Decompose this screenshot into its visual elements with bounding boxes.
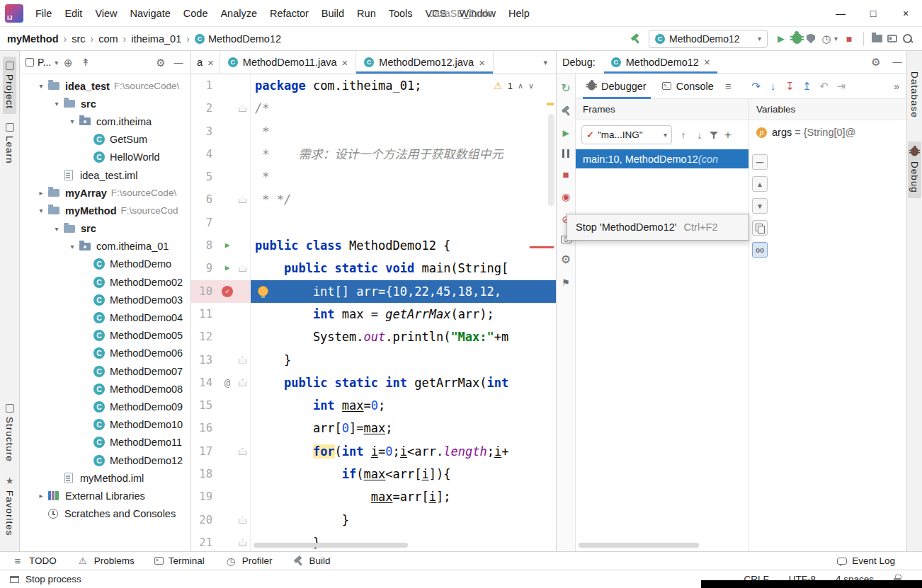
prev-frame-icon[interactable]: ↑ [677,129,690,142]
debug-icon[interactable] [792,33,802,44]
menu-analyze[interactable]: Analyze [214,0,263,27]
fold-marker-icon[interactable] [239,265,246,272]
tree-item[interactable]: ▸External Libraries [20,487,190,505]
code-line[interactable]: 17 for(int i=0;i<arr.length;i+ [191,440,556,463]
fold-marker-icon[interactable] [239,517,246,524]
tab-debugger[interactable]: Debugger [583,74,651,99]
tree-item[interactable]: GetSum [20,131,190,149]
menu-file[interactable]: File [29,0,58,27]
run-to-cursor-icon[interactable]: ⇥ [835,80,848,93]
watch-button[interactable]: oo [752,242,768,258]
code-line[interactable]: 18 if(max<arr[i]){ [191,463,556,485]
code-line[interactable]: 6 * */ [191,188,556,211]
close-tab-icon[interactable]: × [207,57,214,69]
tree-chevron-icon[interactable]: ▾ [51,100,62,108]
vertical-scrollbar[interactable] [548,114,554,206]
breadcrumb-item[interactable]: myMethod [7,33,59,45]
minimize-button[interactable]: — [824,0,857,27]
settings-gear-icon[interactable]: ⚙ [154,56,167,69]
tab-problems[interactable]: ⚠Problems [76,555,135,567]
fold-marker-icon[interactable] [239,357,246,364]
code-text[interactable] [251,212,556,234]
run-line-icon[interactable]: ▶ [225,234,230,257]
breakpoint-icon[interactable]: ✓ [222,286,233,297]
toolwindow-tab-project[interactable]: Project [3,57,16,114]
code-text[interactable]: int max = getArrMax(arr); [251,303,556,325]
collapse-button[interactable]: — [752,154,768,170]
tree-item[interactable]: ▾src [20,220,190,238]
debug-session-tab[interactable]: MethodDemo12 × [604,51,717,74]
tree-item[interactable]: MethodDemo [20,255,190,273]
tree-item[interactable]: ▾src [20,95,190,113]
code-text[interactable]: public static void main(String[ [251,257,556,279]
code-text[interactable]: public class MethodDemo12 { [251,234,556,257]
fold-marker-icon[interactable] [239,539,246,546]
scroll-up-button[interactable]: ▲ [752,176,768,192]
close-button[interactable]: × [889,0,922,27]
close-tab-icon[interactable]: × [704,56,710,68]
hidden-tabs-dropdown-icon[interactable]: ▾ [535,58,556,67]
rerun-icon[interactable]: ↻ [559,82,572,95]
code-line[interactable]: 10✓ int[] arr={10,22,45,18,12, [191,280,556,303]
code-text[interactable]: } [251,349,556,371]
add-watch-icon[interactable]: + [722,129,734,142]
code-line[interactable]: 2/* [191,97,556,120]
tab-build[interactable]: Build [292,555,331,567]
tree-item[interactable]: MethodDemo11 [20,434,190,451]
tree-item[interactable]: MethodDemo12 [20,451,190,469]
menu-view[interactable]: View [89,0,123,27]
editor-tab-partial[interactable]: a × [191,51,220,74]
menu-navigate[interactable]: Navigate [124,0,177,27]
toolwindow-tab-database[interactable]: Database [908,67,921,123]
fold-marker-icon[interactable] [239,448,246,455]
project-view-selector[interactable]: P... [38,57,51,68]
force-step-into-icon[interactable]: ↧ [784,80,797,93]
tree-item[interactable]: ▾myMethodF:\sourceCod [20,202,190,219]
drop-frame-icon[interactable]: ↶ [818,80,831,93]
tree-chevron-icon[interactable]: ▸ [35,189,47,197]
more-actions-icon[interactable]: » [894,81,899,92]
stop-icon[interactable]: ■ [559,168,572,180]
menu-refactor[interactable]: Refactor [263,0,315,27]
code-line[interactable]: 21 } [191,531,556,551]
debug-settings-icon[interactable]: ⚙ [559,253,572,266]
fold-marker-icon[interactable] [239,196,246,203]
code-line[interactable]: 11 int max = getArrMax(arr); [191,303,556,325]
tree-chevron-icon[interactable]: ▾ [35,207,47,214]
tree-item[interactable]: MethodDemo08 [20,380,190,398]
search-everywhere-icon[interactable] [902,33,915,45]
toolwindow-tab-favorites[interactable]: ★Favorites [3,471,16,541]
toolwindow-tab-debug[interactable]: Debug [908,142,921,198]
prev-warning-icon[interactable]: ∧ [518,81,523,91]
menu-edit[interactable]: Edit [58,0,89,27]
editor-tab[interactable]: MethodDemo12.java× [356,51,494,74]
pin-icon[interactable]: ⚑ [559,276,572,289]
tree-item[interactable]: MethodDemo05 [20,327,190,345]
close-tab-icon[interactable]: × [479,57,485,69]
code-text[interactable]: for(int i=0;i<arr.length;i+ [251,440,556,463]
inspections-widget[interactable]: ⚠ 1 ∧ ∨ [489,79,539,93]
tree-item[interactable]: ▾com.itheima [20,113,190,130]
tree-chevron-icon[interactable]: ▸ [35,492,47,500]
tree-item[interactable]: HelloWorld [20,149,190,166]
code-line[interactable]: 14@ public static int getArrMax(int [191,371,556,394]
code-line[interactable]: 5 * [191,166,556,188]
code-line[interactable]: 3 * [191,120,556,143]
tree-item[interactable]: MethodDemo02 [20,273,190,291]
tab-console[interactable]: Console [658,74,718,99]
locate-icon[interactable]: ⊕ [62,56,74,69]
horizontal-scrollbar[interactable] [254,543,408,548]
tree-chevron-icon[interactable]: ▾ [35,82,47,90]
code-text[interactable]: int[] arr={10,22,45,18,12, [251,280,556,303]
maximize-button[interactable]: □ [857,0,889,27]
filter-icon[interactable] [710,131,718,139]
code-text[interactable]: System.out.println("Max:"+m [251,325,556,348]
tree-item[interactable]: ▾idea_testF:\sourceCode\ [20,77,190,95]
code-text[interactable]: /* [251,97,556,120]
toolwindow-tab-structure[interactable]: Structure [3,399,16,467]
code-line[interactable]: 12 System.out.println("Max:"+m [191,325,556,348]
fold-marker-icon[interactable] [239,379,246,386]
tree-item[interactable]: MethodDemo09 [20,398,190,415]
code-editor[interactable]: 1package com.itheima_01;2/*3 *4 * 需求：设计一… [191,74,556,551]
menu-run[interactable]: Run [351,0,382,27]
